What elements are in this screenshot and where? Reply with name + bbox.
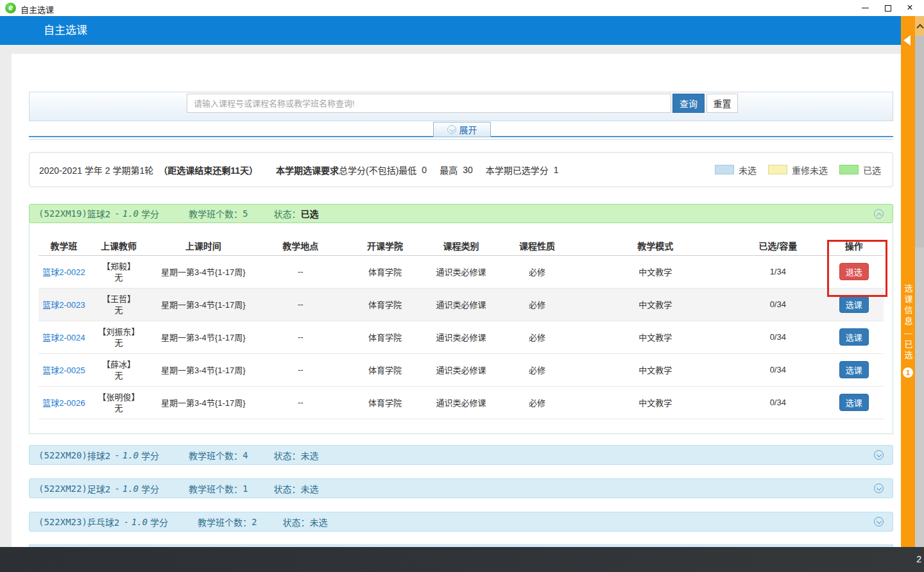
minimize-icon [862,8,869,8]
col-header: 上课教师 [89,236,148,255]
expand-button[interactable]: 展开 [433,122,491,137]
class-table-panel: 教学班 上课教师 上课时间 教学地点 开课学院 课程类别 课程性质 教学模式 已… [29,223,893,434]
class-place: -- [258,353,343,386]
taskbar: 2 [0,547,924,572]
nature: 必修 [495,321,579,353]
class-link[interactable]: 篮球2-0024 [42,333,85,342]
col-header: 教学模式 [579,236,732,255]
scrollbar-thumb[interactable] [915,36,924,248]
course-credit: 1.0 [123,484,139,494]
category: 通识类必修课 [427,321,495,353]
scroll-up-button[interactable] [915,16,924,36]
course-group-pingpong-header[interactable]: (522XM23)乒乓球2 - 1.0 学分 教学班个数：2 状态：未选 [29,512,893,532]
status-value: 未选 [300,449,318,462]
capacity: 0/34 [732,321,825,353]
class-time: 星期一第3-4节{1-17周} [148,255,258,288]
countdown-text: （距选课结束还剩11天） [158,164,258,176]
class-link[interactable]: 篮球2-0022 [42,267,85,277]
teacher-name: 【刘振东】 [89,326,148,337]
search-input[interactable] [187,94,671,113]
assistant: 无 [89,305,148,315]
vertical-scrollbar[interactable] [915,16,924,547]
legend-retake-swatch [768,165,787,174]
chevron-up-circle-icon[interactable] [874,209,884,219]
maximize-icon [885,5,891,12]
course-group-basketball-header[interactable]: (522XM19)篮球2 - 1.0 学分 教学班个数：5 状态：已选 [29,204,893,223]
semester-text: 2020-2021 学年 2 学期 [39,164,130,176]
table-row: 篮球2-0026 【张明俊】无 星期一第3-4节{1-17周} -- 体育学院 … [38,386,884,419]
status-value: 未选 [300,482,318,495]
course-group-volleyball-header[interactable]: (522XM20)排球2 - 1.0 学分 教学班个数：4 状态：未选 [29,445,893,465]
min-credits: 0 [422,165,427,175]
legend-unselected-swatch [715,165,734,174]
course-credit: 1.0 [123,208,139,219]
category: 通识类必修课 [427,255,495,288]
course-code: (522XM22) [38,484,87,494]
class-link[interactable]: 篮球2-0023 [42,300,85,310]
class-place: -- [258,386,343,419]
class-count: 1 [243,484,248,494]
semester-info-bar: 2020-2021 学年 2 学期 第1轮 （距选课结束还剩11天） 本学期选课… [29,152,893,187]
course-code: (522XM23) [38,517,87,527]
table-row: 篮球2-0023 【王哲】无 星期一第3-4节{1-17周} -- 体育学院 通… [38,288,884,321]
category: 通识类必修课 [427,288,495,321]
side-tab-course-info[interactable]: 选课信息 [902,284,914,328]
class-count-label: 教学班个数： [189,207,243,220]
nature: 必修 [495,288,579,321]
browser-icon: e [5,3,16,13]
select-button[interactable]: 选课 [839,296,869,313]
nature: 必修 [495,353,579,386]
withdraw-button[interactable]: 退选 [839,263,869,280]
status-legend: 未选 重修未选 已选 [715,153,881,187]
separator: - [114,208,119,219]
course-credit: 1.0 [132,517,148,527]
class-link[interactable]: 篮球2-0026 [42,398,85,408]
course-group-football-header[interactable]: (522XM22)足球2 - 1.0 学分 教学班个数：1 状态：未选 [29,478,893,498]
open-side-panel-arrow-icon[interactable] [903,35,911,46]
class-time: 星期一第3-4节{1-17周} [148,353,258,386]
selected-credits-label: 本学期已选学分 [486,164,549,176]
status-label: 状态： [273,482,300,495]
class-count: 2 [252,517,257,527]
college: 体育学院 [343,353,427,386]
chevron-down-circle-icon[interactable] [874,517,884,526]
status-value: 未选 [309,516,327,528]
teacher-name: 【张明俊】 [89,392,148,403]
class-link[interactable]: 篮球2-0025 [42,366,85,375]
class-time: 星期一第3-4节{1-17周} [148,288,258,321]
reset-button[interactable]: 重置 [706,94,738,113]
mode: 中文教学 [579,321,732,353]
window-titlebar: e 自主选课 × [0,0,924,16]
maximize-button[interactable] [878,0,898,16]
side-tab-selected[interactable]: 已选 [902,340,914,362]
college: 体育学院 [343,255,427,288]
select-button[interactable]: 选课 [839,328,869,346]
credit-suffix: 学分 [141,449,159,462]
course-name: 足球2 [87,482,110,495]
course-name: 篮球2 [87,207,110,220]
chevron-down-circle-icon[interactable] [874,484,884,493]
col-header: 开课学院 [343,236,427,255]
select-button[interactable]: 选课 [839,394,869,411]
capacity: 0/34 [732,288,825,321]
teacher-name: 【王哲】 [89,294,148,305]
minimize-button[interactable] [855,0,875,16]
col-header: 上课时间 [148,236,258,255]
screen: e 自主选课 × 自主选课 查询 重置 展开 2020-2021 学年 2 学期… [0,0,924,572]
chevron-down-circle-icon[interactable] [874,450,884,460]
category: 通识类必修课 [427,353,495,386]
select-button[interactable]: 选课 [839,361,869,378]
credit-suffix: 学分 [150,516,168,528]
teacher-name: 【薛冰】 [89,359,148,370]
query-button[interactable]: 查询 [672,94,705,113]
side-divider [904,333,912,334]
separator: - [114,484,119,494]
course-code: (522XM20) [38,450,87,460]
legend-retake-label: 重修未选 [792,164,828,176]
close-button[interactable]: × [900,0,920,16]
nature: 必修 [495,386,579,419]
mode: 中文教学 [579,353,732,386]
page-background: 查询 重置 展开 2020-2021 学年 2 学期 第1轮 （距选课结束还剩1… [0,45,901,547]
class-count: 5 [243,208,248,219]
assistant: 无 [89,370,148,381]
